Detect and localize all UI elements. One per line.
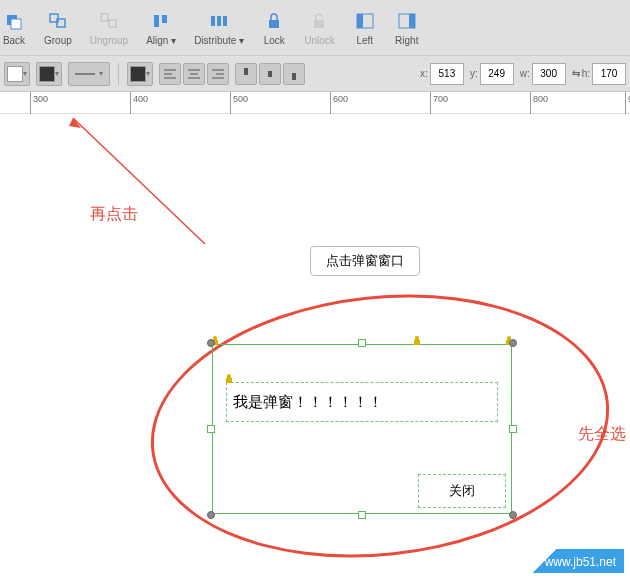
- x-label: x:: [420, 68, 428, 79]
- svg-rect-10: [223, 16, 227, 26]
- svg-rect-7: [162, 15, 167, 23]
- lock-button[interactable]: Lock: [262, 9, 286, 46]
- dock-right-label: Right: [395, 35, 418, 46]
- svg-rect-12: [314, 20, 324, 28]
- annotation-select-all: 先全选: [578, 424, 626, 445]
- back-label: Back: [3, 35, 25, 46]
- svg-rect-28: [268, 71, 272, 77]
- separator: [118, 63, 119, 85]
- valign-mid-button[interactable]: [259, 63, 281, 85]
- canvas-area[interactable]: 再点击 点击弹窗窗口 先全选 我是弹窗！！！！！！ 关闭: [0, 114, 630, 579]
- vert-align-group: [235, 63, 305, 85]
- valign-bot-button[interactable]: [283, 63, 305, 85]
- resize-handle-n[interactable]: [358, 339, 366, 347]
- popup-trigger-button[interactable]: 点击弹窗窗口: [310, 246, 420, 276]
- arrange-toolbar: Back Group Ungroup Align ▾ Distribute ▾ …: [0, 0, 630, 56]
- resize-handle-ne[interactable]: [509, 339, 517, 347]
- line-color-picker[interactable]: ▾: [36, 62, 62, 86]
- y-label: y:: [470, 68, 478, 79]
- w-coord: w:: [520, 63, 566, 85]
- svg-rect-8: [211, 16, 215, 26]
- h-input[interactable]: [592, 63, 626, 85]
- svg-rect-16: [409, 14, 415, 28]
- group-icon: [46, 9, 70, 33]
- ungroup-label: Ungroup: [90, 35, 128, 46]
- watermark: www.jb51.net: [517, 549, 624, 573]
- close-button-widget[interactable]: 关闭: [418, 474, 506, 508]
- text-align-group: [159, 63, 229, 85]
- unlock-button[interactable]: Unlock: [304, 9, 335, 46]
- svg-rect-14: [357, 14, 363, 28]
- back-icon: [2, 9, 26, 33]
- svg-rect-11: [269, 20, 279, 28]
- align-icon: [149, 9, 173, 33]
- lock-indicator-icon: [412, 332, 422, 342]
- unlock-icon: [307, 9, 331, 33]
- text-color-picker[interactable]: ▾: [127, 62, 153, 86]
- h-label: h:: [582, 68, 590, 79]
- svg-rect-27: [244, 68, 248, 75]
- w-input[interactable]: [532, 63, 566, 85]
- ungroup-icon: [97, 9, 121, 33]
- dialog-text-content: 我是弹窗！！！！！！: [233, 393, 383, 412]
- dock-left-icon: [353, 9, 377, 33]
- ungroup-button[interactable]: Ungroup: [90, 9, 128, 46]
- annotation-click-again: 再点击: [90, 204, 138, 225]
- dock-left-button[interactable]: Left: [353, 9, 377, 46]
- selected-group[interactable]: 我是弹窗！！！！！！ 关闭: [212, 344, 512, 514]
- w-label: w:: [520, 68, 530, 79]
- lock-icon: [262, 9, 286, 33]
- resize-handle-nw[interactable]: [207, 339, 215, 347]
- svg-line-30: [73, 118, 205, 244]
- annotation-arrow: [45, 114, 225, 254]
- lock-indicator-icon: [224, 370, 234, 380]
- align-right-button[interactable]: [207, 63, 229, 85]
- group-label: Group: [44, 35, 72, 46]
- align-button[interactable]: Align ▾: [146, 9, 176, 46]
- dialog-text-widget[interactable]: 我是弹窗！！！！！！: [226, 382, 498, 422]
- align-center-button[interactable]: [183, 63, 205, 85]
- distribute-icon: [207, 9, 231, 33]
- dock-right-icon: [395, 9, 419, 33]
- x-input[interactable]: [430, 63, 464, 85]
- svg-rect-29: [292, 73, 296, 80]
- resize-handle-w[interactable]: [207, 425, 215, 433]
- align-left-button[interactable]: [159, 63, 181, 85]
- x-coord: x:: [420, 63, 464, 85]
- dock-left-label: Left: [356, 35, 373, 46]
- svg-rect-9: [217, 16, 221, 26]
- back-button[interactable]: Back: [2, 9, 26, 46]
- unlock-label: Unlock: [304, 35, 335, 46]
- fill-color-picker[interactable]: ▾: [4, 62, 30, 86]
- dock-right-button[interactable]: Right: [395, 9, 419, 46]
- group-button[interactable]: Group: [44, 9, 72, 46]
- link-wh-icon[interactable]: ⇆: [572, 68, 580, 79]
- resize-handle-s[interactable]: [358, 511, 366, 519]
- line-style-select[interactable]: ▾: [68, 62, 110, 86]
- horizontal-ruler: 300 400 500 600 700 800 900: [0, 92, 630, 114]
- h-coord: ⇆ h:: [572, 63, 626, 85]
- style-toolbar: ▾ ▾ ▾ ▾ x: y: w: ⇆ h:: [0, 56, 630, 92]
- close-button-label: 关闭: [449, 482, 475, 500]
- svg-rect-5: [109, 20, 116, 27]
- resize-handle-sw[interactable]: [207, 511, 215, 519]
- svg-rect-6: [154, 15, 159, 27]
- resize-handle-e[interactable]: [509, 425, 517, 433]
- valign-top-button[interactable]: [235, 63, 257, 85]
- svg-rect-4: [101, 14, 108, 21]
- y-coord: y:: [470, 63, 514, 85]
- distribute-label: Distribute ▾: [194, 35, 244, 46]
- lock-label: Lock: [264, 35, 285, 46]
- align-label: Align ▾: [146, 35, 176, 46]
- distribute-button[interactable]: Distribute ▾: [194, 9, 244, 46]
- resize-handle-se[interactable]: [509, 511, 517, 519]
- y-input[interactable]: [480, 63, 514, 85]
- svg-rect-1: [11, 19, 21, 29]
